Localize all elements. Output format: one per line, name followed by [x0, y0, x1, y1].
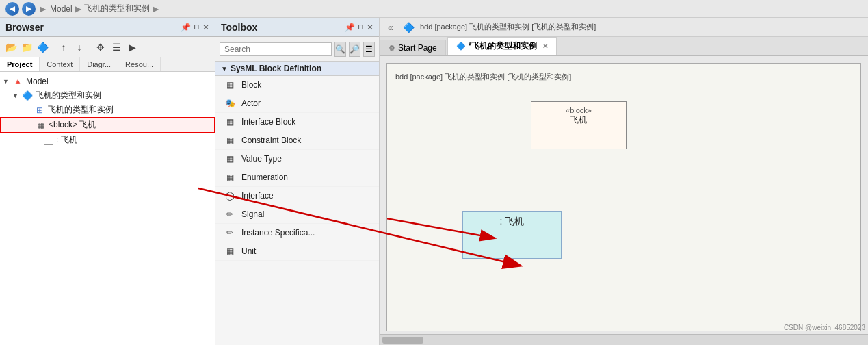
diagram-type-icon: 🔷 — [403, 22, 415, 33]
toolbox-panel: Toolbox 📌 ⊓ ✕ 🔍 🔎 ☰ ▼ SysML Block Defini… — [215, 18, 380, 345]
editor-toolbar: « 🔷 bdd [package] 飞机的类型和实例 [飞机的类型和实例] — [380, 18, 868, 37]
tool-signal-icon: ✏ — [224, 208, 236, 220]
block-airplane[interactable]: «block» 飞机 — [531, 101, 627, 149]
nav-sep3: ▶ — [153, 4, 159, 14]
toolbox-pin-sym: ⊓ — [358, 23, 364, 31]
browser-controls: 📌 ⊓ ✕ — [181, 23, 209, 32]
tab-project[interactable]: Project — [0, 58, 40, 71]
icon-inst1 — [44, 136, 53, 145]
tree-item-pkg1[interactable]: ▼ 🔷 飞机的类型和实例 — [0, 88, 215, 103]
icon-model: 🔺 — [12, 76, 23, 87]
watermark: CSDN @weixin_46852023 — [784, 324, 865, 331]
tab-diagrams[interactable]: Diagr... — [80, 58, 118, 71]
breadcrumb: Model ▶ 飞机的类型和实例 ▶ — [50, 3, 159, 14]
browser-panel: Browser 📌 ⊓ ✕ 📂 📁 🔷 ↑ ↓ ✥ ☰ ▶ Project Co… — [0, 18, 215, 345]
diagram-icon[interactable]: 🔷 — [36, 40, 49, 54]
section-arrow: ▼ — [221, 65, 228, 73]
block-inst-airplane[interactable]: : 飞机 — [462, 211, 562, 259]
breadcrumb-model[interactable]: Model — [50, 4, 73, 14]
toolbox-header: Toolbox 📌 ⊓ ✕ — [215, 18, 379, 37]
canvas-inner: bdd [package] 飞机的类型和实例 [飞机的类型和实例] «block… — [380, 56, 868, 331]
up-icon[interactable]: ↑ — [57, 40, 70, 54]
browser-header: Browser 📌 ⊓ ✕ — [0, 18, 215, 37]
tool-interface[interactable]: ⬡ Interface — [215, 187, 379, 205]
tool-cblock-label: Constraint Block — [241, 136, 301, 145]
tool-block[interactable]: ▦ Block — [215, 76, 379, 94]
tree-item-inst1[interactable]: : 飞机 — [0, 133, 215, 147]
down-icon[interactable]: ↓ — [73, 40, 86, 54]
arrow-pkg1: ▼ — [12, 92, 22, 99]
tool-unit-icon: ▦ — [224, 245, 236, 257]
tool-actor-label: Actor — [241, 99, 261, 108]
label-pkg1: 飞机的类型和实例 — [36, 90, 101, 101]
tab-close-icon[interactable]: ✕ — [542, 42, 548, 50]
tool-unit[interactable]: ▦ Unit — [215, 242, 379, 261]
tool-actor-icon: 🎭 — [224, 97, 236, 110]
block-airplane-stereotype: «block» — [538, 106, 619, 114]
list-icon[interactable]: ☰ — [109, 40, 123, 54]
tab-start-page[interactable]: ⚙ Start Page — [380, 40, 446, 55]
project-icon[interactable]: 📂 — [4, 40, 18, 54]
tool-actor[interactable]: 🎭 Actor — [215, 94, 379, 113]
tool-block-icon: ▦ — [224, 79, 236, 91]
tool-value-type[interactable]: ▦ Value Type — [215, 150, 379, 168]
canvas-scrollbar[interactable] — [380, 334, 868, 345]
label-diag1: 飞机的类型和实例 — [48, 104, 114, 116]
tool-unit-label: Unit — [241, 246, 256, 256]
tab-context[interactable]: Context — [40, 58, 80, 71]
diagram-canvas[interactable]: bdd [package] 飞机的类型和实例 [飞机的类型和实例] «block… — [380, 56, 868, 345]
browser-tabs: Project Context Diagr... Resou... — [0, 58, 215, 72]
tree-item-diag1[interactable]: ⊞ 飞机的类型和实例 — [0, 103, 215, 117]
tool-constraint-block[interactable]: ▦ Constraint Block — [215, 131, 379, 150]
tool-iblock-icon: ▦ — [224, 116, 236, 128]
icon-diag1: ⊞ — [34, 105, 45, 116]
folder-icon[interactable]: 📁 — [20, 40, 34, 54]
tool-interface-block[interactable]: ▦ Interface Block — [215, 113, 379, 131]
tab-resources[interactable]: Resou... — [118, 58, 161, 71]
move-icon[interactable]: ✥ — [94, 40, 107, 54]
tab-diagram-main[interactable]: 🔷 *飞机的类型和实例 ✕ — [447, 37, 557, 55]
back-btn[interactable]: ◀ — [5, 2, 19, 16]
toolbox-close-icon[interactable]: ✕ — [367, 23, 373, 32]
browser-tree: ▼ 🔺 Model ▼ 🔷 飞机的类型和实例 ⊞ 飞机的类型和实例 ▦ <blo… — [0, 72, 215, 345]
label-model: Model — [26, 77, 49, 86]
editor-area: « 🔷 bdd [package] 飞机的类型和实例 [飞机的类型和实例] ⚙ … — [380, 18, 868, 345]
start-page-label: Start Page — [398, 43, 437, 53]
icon-block1: ▦ — [35, 120, 46, 131]
close-icon[interactable]: ✕ — [202, 23, 209, 32]
search-input[interactable] — [220, 42, 332, 56]
forward-btn[interactable]: ▶ — [22, 2, 36, 16]
diagram-border: bdd [package] 飞机的类型和实例 [飞机的类型和实例] «block… — [386, 63, 861, 331]
tool-iface-icon: ⬡ — [224, 190, 236, 202]
block-inst-airplane-name: : 飞机 — [470, 216, 554, 228]
search-menu-button[interactable]: 🔎 — [349, 42, 360, 57]
tool-instance-spec[interactable]: ✏ Instance Specifica... — [215, 224, 379, 242]
search-button[interactable]: 🔍 — [334, 42, 346, 57]
section-title: SysML Block Definition — [231, 64, 321, 73]
tool-iblock-label: Interface Block — [241, 117, 295, 127]
diagram-canvas-label: bdd [package] 飞机的类型和实例 [飞机的类型和实例] — [395, 72, 571, 82]
tool-signal-label: Signal — [241, 209, 264, 219]
label-block1: <block> 飞机 — [49, 119, 96, 131]
toolbox-section-header[interactable]: ▼ SysML Block Definition — [215, 62, 379, 76]
more-icon[interactable]: ▶ — [125, 40, 139, 54]
tool-enumeration[interactable]: ▦ Enumeration — [215, 168, 379, 187]
toolbox-pin-icon[interactable]: 📌 — [345, 23, 355, 32]
toolbox-list: ▦ Block 🎭 Actor ▦ Interface Block ▦ Cons… — [215, 76, 379, 345]
diagram-tab-bar: ⚙ Start Page 🔷 *飞机的类型和实例 ✕ — [380, 37, 868, 56]
tree-item-model[interactable]: ▼ 🔺 Model — [0, 75, 215, 88]
tree-item-block1[interactable]: ▦ <block> 飞机 — [0, 117, 215, 133]
icon-pkg1: 🔷 — [22, 90, 33, 101]
tool-signal[interactable]: ✏ Signal — [215, 205, 379, 224]
toolbox-menu-button[interactable]: ☰ — [363, 42, 375, 57]
panel-pin-text: ⊓ — [194, 23, 200, 31]
toolbar-sep1 — [53, 42, 53, 53]
browser-title: Browser — [5, 22, 44, 33]
scrollbar-thumb[interactable] — [382, 337, 423, 344]
breadcrumb-package[interactable]: 飞机的类型和实例 — [84, 3, 150, 14]
tool-enum-icon: ▦ — [224, 171, 236, 183]
tool-cblock-icon: ▦ — [224, 134, 236, 146]
toolbar-sep2 — [90, 42, 90, 53]
pin-icon[interactable]: 📌 — [181, 23, 191, 32]
editor-back-btn[interactable]: « — [384, 22, 397, 33]
